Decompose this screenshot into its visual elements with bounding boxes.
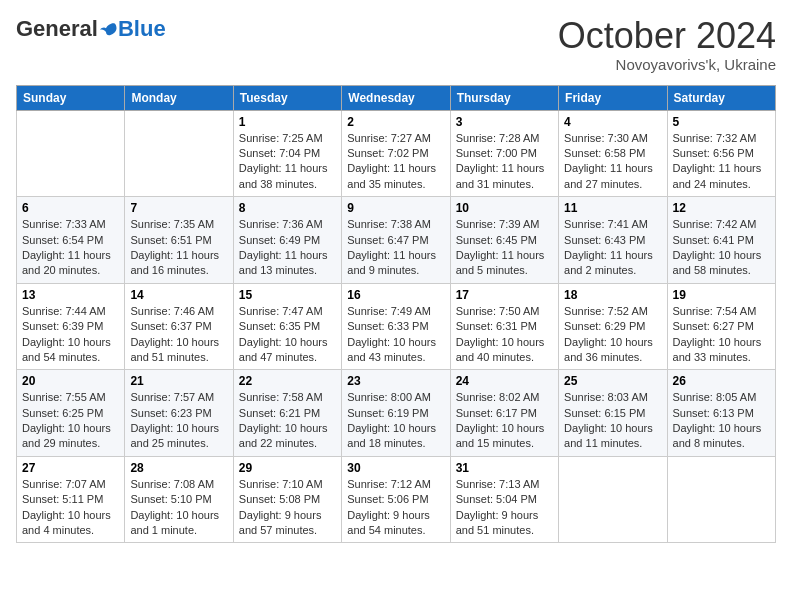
calendar-cell: 27Sunrise: 7:07 AMSunset: 5:11 PMDayligh… [17, 456, 125, 543]
day-info: Sunrise: 7:44 AMSunset: 6:39 PMDaylight:… [22, 304, 119, 366]
calendar-cell: 11Sunrise: 7:41 AMSunset: 6:43 PMDayligh… [559, 197, 667, 284]
calendar-cell: 23Sunrise: 8:00 AMSunset: 6:19 PMDayligh… [342, 370, 450, 457]
day-info: Sunrise: 7:12 AMSunset: 5:06 PMDaylight:… [347, 477, 444, 539]
day-info: Sunrise: 7:07 AMSunset: 5:11 PMDaylight:… [22, 477, 119, 539]
calendar-cell: 25Sunrise: 8:03 AMSunset: 6:15 PMDayligh… [559, 370, 667, 457]
day-info: Sunrise: 7:39 AMSunset: 6:45 PMDaylight:… [456, 217, 553, 279]
day-number: 10 [456, 201, 553, 215]
day-number: 26 [673, 374, 770, 388]
day-number: 20 [22, 374, 119, 388]
day-number: 15 [239, 288, 336, 302]
day-number: 1 [239, 115, 336, 129]
day-number: 19 [673, 288, 770, 302]
logo-bird-icon [100, 20, 118, 38]
calendar-cell: 16Sunrise: 7:49 AMSunset: 6:33 PMDayligh… [342, 283, 450, 370]
calendar-cell: 17Sunrise: 7:50 AMSunset: 6:31 PMDayligh… [450, 283, 558, 370]
day-info: Sunrise: 7:10 AMSunset: 5:08 PMDaylight:… [239, 477, 336, 539]
day-info: Sunrise: 8:02 AMSunset: 6:17 PMDaylight:… [456, 390, 553, 452]
day-info: Sunrise: 8:00 AMSunset: 6:19 PMDaylight:… [347, 390, 444, 452]
day-number: 8 [239, 201, 336, 215]
day-info: Sunrise: 7:47 AMSunset: 6:35 PMDaylight:… [239, 304, 336, 366]
calendar-cell: 8Sunrise: 7:36 AMSunset: 6:49 PMDaylight… [233, 197, 341, 284]
day-info: Sunrise: 7:55 AMSunset: 6:25 PMDaylight:… [22, 390, 119, 452]
day-number: 7 [130, 201, 227, 215]
calendar-week-row: 1Sunrise: 7:25 AMSunset: 7:04 PMDaylight… [17, 110, 776, 197]
day-info: Sunrise: 8:03 AMSunset: 6:15 PMDaylight:… [564, 390, 661, 452]
calendar-cell: 22Sunrise: 7:58 AMSunset: 6:21 PMDayligh… [233, 370, 341, 457]
day-info: Sunrise: 7:46 AMSunset: 6:37 PMDaylight:… [130, 304, 227, 366]
calendar-header-row: SundayMondayTuesdayWednesdayThursdayFrid… [17, 85, 776, 110]
logo-blue-text: Blue [118, 16, 166, 42]
location-text: Novoyavorivs'k, Ukraine [558, 56, 776, 73]
day-number: 22 [239, 374, 336, 388]
calendar-body: 1Sunrise: 7:25 AMSunset: 7:04 PMDaylight… [17, 110, 776, 543]
day-number: 14 [130, 288, 227, 302]
page-header: General Blue October 2024 Novoyavorivs'k… [16, 16, 776, 73]
day-number: 2 [347, 115, 444, 129]
day-info: Sunrise: 8:05 AMSunset: 6:13 PMDaylight:… [673, 390, 770, 452]
calendar-cell: 14Sunrise: 7:46 AMSunset: 6:37 PMDayligh… [125, 283, 233, 370]
calendar-cell: 19Sunrise: 7:54 AMSunset: 6:27 PMDayligh… [667, 283, 775, 370]
calendar-cell: 13Sunrise: 7:44 AMSunset: 6:39 PMDayligh… [17, 283, 125, 370]
calendar-cell: 24Sunrise: 8:02 AMSunset: 6:17 PMDayligh… [450, 370, 558, 457]
weekday-header-monday: Monday [125, 85, 233, 110]
calendar-week-row: 13Sunrise: 7:44 AMSunset: 6:39 PMDayligh… [17, 283, 776, 370]
day-number: 21 [130, 374, 227, 388]
day-info: Sunrise: 7:36 AMSunset: 6:49 PMDaylight:… [239, 217, 336, 279]
day-number: 6 [22, 201, 119, 215]
calendar-cell: 1Sunrise: 7:25 AMSunset: 7:04 PMDaylight… [233, 110, 341, 197]
calendar-cell: 6Sunrise: 7:33 AMSunset: 6:54 PMDaylight… [17, 197, 125, 284]
calendar-table: SundayMondayTuesdayWednesdayThursdayFrid… [16, 85, 776, 544]
day-info: Sunrise: 7:08 AMSunset: 5:10 PMDaylight:… [130, 477, 227, 539]
calendar-week-row: 20Sunrise: 7:55 AMSunset: 6:25 PMDayligh… [17, 370, 776, 457]
day-number: 11 [564, 201, 661, 215]
title-block: October 2024 Novoyavorivs'k, Ukraine [558, 16, 776, 73]
day-number: 18 [564, 288, 661, 302]
calendar-cell: 20Sunrise: 7:55 AMSunset: 6:25 PMDayligh… [17, 370, 125, 457]
calendar-cell: 31Sunrise: 7:13 AMSunset: 5:04 PMDayligh… [450, 456, 558, 543]
day-number: 25 [564, 374, 661, 388]
day-info: Sunrise: 7:57 AMSunset: 6:23 PMDaylight:… [130, 390, 227, 452]
day-info: Sunrise: 7:42 AMSunset: 6:41 PMDaylight:… [673, 217, 770, 279]
calendar-cell [125, 110, 233, 197]
day-number: 30 [347, 461, 444, 475]
weekday-header-tuesday: Tuesday [233, 85, 341, 110]
day-number: 13 [22, 288, 119, 302]
day-info: Sunrise: 7:38 AMSunset: 6:47 PMDaylight:… [347, 217, 444, 279]
day-number: 12 [673, 201, 770, 215]
day-number: 27 [22, 461, 119, 475]
calendar-cell [17, 110, 125, 197]
day-info: Sunrise: 7:50 AMSunset: 6:31 PMDaylight:… [456, 304, 553, 366]
weekday-header-thursday: Thursday [450, 85, 558, 110]
day-info: Sunrise: 7:28 AMSunset: 7:00 PMDaylight:… [456, 131, 553, 193]
day-number: 9 [347, 201, 444, 215]
calendar-cell: 2Sunrise: 7:27 AMSunset: 7:02 PMDaylight… [342, 110, 450, 197]
day-info: Sunrise: 7:27 AMSunset: 7:02 PMDaylight:… [347, 131, 444, 193]
calendar-cell [559, 456, 667, 543]
calendar-cell: 18Sunrise: 7:52 AMSunset: 6:29 PMDayligh… [559, 283, 667, 370]
calendar-cell: 30Sunrise: 7:12 AMSunset: 5:06 PMDayligh… [342, 456, 450, 543]
weekday-header-sunday: Sunday [17, 85, 125, 110]
logo: General Blue [16, 16, 166, 42]
day-number: 17 [456, 288, 553, 302]
calendar-cell [667, 456, 775, 543]
calendar-cell: 3Sunrise: 7:28 AMSunset: 7:00 PMDaylight… [450, 110, 558, 197]
weekday-header-saturday: Saturday [667, 85, 775, 110]
day-number: 31 [456, 461, 553, 475]
day-info: Sunrise: 7:25 AMSunset: 7:04 PMDaylight:… [239, 131, 336, 193]
day-info: Sunrise: 7:54 AMSunset: 6:27 PMDaylight:… [673, 304, 770, 366]
month-title: October 2024 [558, 16, 776, 56]
day-number: 3 [456, 115, 553, 129]
day-info: Sunrise: 7:32 AMSunset: 6:56 PMDaylight:… [673, 131, 770, 193]
day-info: Sunrise: 7:33 AMSunset: 6:54 PMDaylight:… [22, 217, 119, 279]
calendar-week-row: 6Sunrise: 7:33 AMSunset: 6:54 PMDaylight… [17, 197, 776, 284]
calendar-cell: 28Sunrise: 7:08 AMSunset: 5:10 PMDayligh… [125, 456, 233, 543]
calendar-cell: 5Sunrise: 7:32 AMSunset: 6:56 PMDaylight… [667, 110, 775, 197]
day-number: 23 [347, 374, 444, 388]
day-number: 4 [564, 115, 661, 129]
weekday-header-friday: Friday [559, 85, 667, 110]
day-info: Sunrise: 7:13 AMSunset: 5:04 PMDaylight:… [456, 477, 553, 539]
day-info: Sunrise: 7:49 AMSunset: 6:33 PMDaylight:… [347, 304, 444, 366]
day-number: 24 [456, 374, 553, 388]
calendar-cell: 10Sunrise: 7:39 AMSunset: 6:45 PMDayligh… [450, 197, 558, 284]
